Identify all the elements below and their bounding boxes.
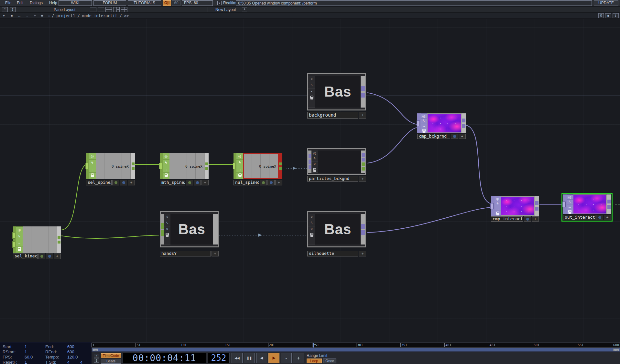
node-body[interactable]: 0 spineX [96,153,131,179]
export-flag-icon[interactable]: → [236,166,243,172]
green-indicator-button[interactable] [112,180,119,185]
window-icon[interactable]: ■ [605,13,611,18]
output-connector[interactable] [535,201,538,205]
output-connector-strip[interactable] [57,226,61,253]
output-connector[interactable] [362,167,365,171]
cross-flag-icon[interactable]: × [164,226,170,233]
output-connector-strip[interactable] [361,214,365,244]
node-out-interactif[interactable]: ◎ ϟ → out_interactif + [563,194,611,220]
node-body[interactable]: Bas [315,214,361,244]
node-add-button[interactable]: + [212,251,219,256]
blue-indicator-button[interactable] [596,215,603,220]
bypass-flag-icon[interactable]: ϟ [421,119,427,123]
new-layout-add-button[interactable]: + [242,7,247,12]
viewer-flag-icon[interactable]: ◎ [236,153,243,159]
pane-layout-option-2[interactable] [98,7,104,12]
output-connector[interactable] [205,167,208,170]
input-connector[interactable] [233,163,236,169]
input-connector[interactable] [85,163,88,169]
node-silhouette[interactable]: ○ ϟ × Bas silhouette + [307,211,366,256]
node-sel-spinex[interactable]: ◎ ϟ → 0 spineX sel_spineX + [86,153,135,185]
loop-button[interactable]: Loop [307,359,322,363]
rstart-value[interactable]: 1 [25,349,27,354]
decrement-button[interactable]: - [281,353,292,363]
node-body[interactable]: 0 spineX [169,153,205,179]
viewer-flag-icon[interactable]: ◎ [16,227,23,233]
output-connector[interactable] [132,167,135,170]
tsig-denominator[interactable]: 4 [80,360,82,364]
node-add-button[interactable]: + [359,112,366,119]
viewer-flag-icon[interactable]: ○ [308,214,315,220]
output-connector[interactable] [205,162,208,165]
rewind-button[interactable]: ◀◀ [232,353,243,363]
step-back-button[interactable]: ◀ [256,353,267,363]
node-add-button[interactable]: + [359,176,366,182]
realtime-checkbox[interactable]: x [217,1,222,5]
viewer-flag-icon[interactable]: ○ [308,76,315,82]
node-sel-kinect[interactable]: ◎ ϟ → sel_kinect + [13,226,61,259]
node-cmp-bckgrnd[interactable]: ◎ ϟ → cmp_bckgrnd + [417,113,466,139]
output-connector-strip[interactable] [361,151,365,173]
input-connector-strip[interactable] [491,196,495,216]
add-bookmark-icon[interactable]: + [32,14,38,17]
lock-flag-icon[interactable] [89,173,96,179]
end-value[interactable]: 600 [67,344,74,349]
blue-indicator-button[interactable] [267,180,275,185]
rend-value[interactable]: 600 [67,349,74,354]
node-particles-bckgnd[interactable]: ◎ ϟ × particles_bckgnd + [307,148,366,182]
start-value[interactable]: 1 [25,344,27,349]
output-connector-strip[interactable] [607,194,611,214]
menu-file[interactable]: File [5,1,11,5]
frame-ruler[interactable]: 1 51 101 151 201 251 301 351 401 451 501… [92,343,620,348]
node-add-button[interactable]: + [54,254,61,259]
input-connector[interactable] [161,230,164,236]
timecode-mode-button[interactable]: TimeCode [101,353,121,358]
node-add-button[interactable]: + [275,180,282,185]
node-body[interactable]: Bas [170,214,213,244]
pane-type-dropdown-icon[interactable]: ▾ [1,14,6,18]
lock-flag-icon[interactable] [421,128,427,133]
pane-layout-option-4[interactable] [113,7,120,12]
timeline-scrollbar[interactable] [92,348,620,352]
cross-flag-icon[interactable]: × [308,88,315,95]
output-connector[interactable] [462,119,465,122]
blue-indicator-button[interactable] [451,134,458,139]
node-name[interactable]: cmp_bckgrnd [417,134,450,139]
input-connector[interactable] [562,202,566,207]
once-button[interactable]: Once [323,359,336,363]
output-connector[interactable] [361,93,365,98]
viewer-flag-icon[interactable]: ○ [164,214,170,220]
bypass-flag-icon[interactable]: ϟ [164,220,170,226]
lock-flag-icon[interactable] [495,211,501,215]
node-body[interactable]: Bas [315,76,361,108]
node-name[interactable]: out_interactif [563,215,595,220]
node-name[interactable]: handsY [160,251,211,256]
update-button[interactable]: UPDATE [594,0,618,6]
blue-indicator-button[interactable] [46,254,53,259]
viewer-flag-icon[interactable]: ◎ [311,151,318,156]
node-cmp-interactif[interactable]: ◎ ϟ → cmp_interactif + [491,196,539,222]
input-connector-strip[interactable] [308,151,311,173]
fps-value[interactable]: 60.0 [25,355,33,359]
viewer-flag-icon[interactable]: ◎ [567,195,573,199]
lock-flag-icon[interactable] [163,173,169,179]
blue-indicator-button[interactable] [194,180,201,185]
network-editor[interactable]: ◎ ϟ → 0 spineX sel_spineX + ◎ ϟ → 0 spi [0,19,620,342]
output-connector[interactable] [58,241,60,244]
node-viewer-image[interactable] [501,196,535,216]
bypass-flag-icon[interactable]: ϟ [311,156,318,161]
input-connector[interactable] [12,232,15,239]
cross-flag-icon[interactable]: × [311,162,318,167]
output-connector-strip[interactable] [131,153,135,179]
output-connector[interactable] [132,162,135,165]
lock-flag-icon[interactable] [308,232,315,238]
input-connector[interactable] [417,120,420,126]
rate-button[interactable]: 60 [172,0,180,6]
output-connector[interactable] [362,162,365,166]
bypass-flag-icon[interactable]: ϟ [236,160,243,166]
anchor-pane-icon[interactable]: ↧ [10,7,16,12]
lock-flag-icon[interactable] [164,232,170,238]
export-flag-icon[interactable]: → [163,166,169,172]
viewer-flag-icon[interactable]: ◎ [163,153,169,159]
lock-flag-icon[interactable] [308,95,315,101]
